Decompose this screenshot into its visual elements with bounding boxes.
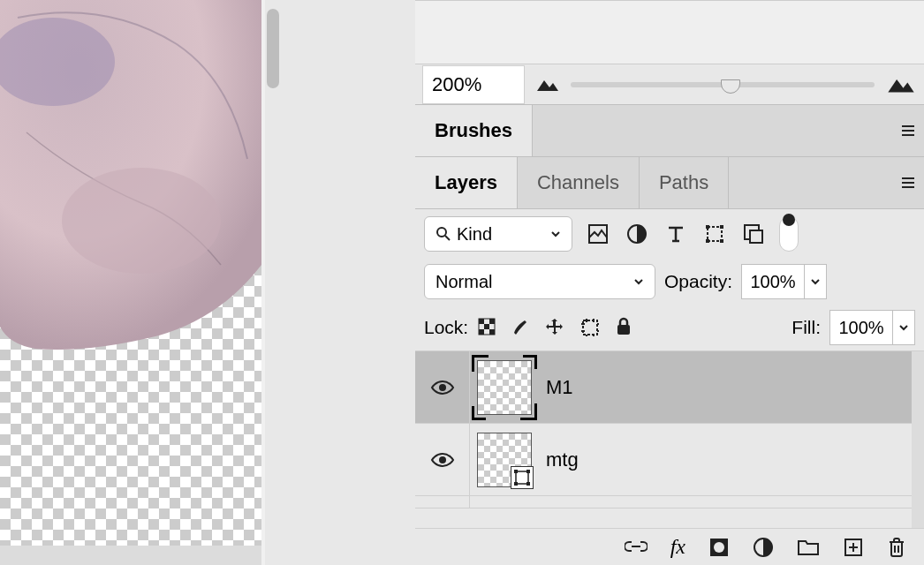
svg-rect-25 — [514, 482, 518, 486]
chevron-down-icon — [633, 276, 644, 287]
chevron-down-icon — [550, 229, 561, 239]
canvas-scrollbar[interactable] — [265, 0, 281, 565]
scrollbar-thumb[interactable] — [267, 9, 279, 88]
layers-scrollbar[interactable] — [912, 351, 924, 528]
fill-stepper[interactable] — [892, 310, 915, 345]
opacity-stepper[interactable] — [804, 264, 827, 299]
layer-row[interactable]: M1 — [415, 351, 924, 424]
eye-icon — [430, 379, 455, 396]
opacity-input[interactable] — [741, 264, 805, 299]
document-image — [0, 0, 261, 362]
layer-filter-row: Kind — [415, 209, 924, 259]
zoom-out-mountains-icon[interactable] — [535, 77, 560, 93]
new-layer-icon[interactable] — [843, 537, 864, 558]
svg-rect-11 — [750, 230, 762, 243]
tab-brushes[interactable]: Brushes — [415, 105, 533, 156]
new-group-icon[interactable] — [797, 538, 820, 557]
zoom-slider-thumb[interactable] — [721, 79, 740, 94]
zoom-slider[interactable] — [571, 82, 875, 87]
eye-icon — [430, 451, 455, 469]
svg-rect-16 — [479, 329, 484, 335]
lock-row: Lock: Fill: — [415, 305, 924, 350]
svg-rect-13 — [479, 319, 484, 324]
layer-name-label[interactable]: mtg — [546, 448, 579, 471]
blend-mode-select[interactable]: Normal — [424, 264, 655, 299]
filter-kind-label: Kind — [457, 224, 492, 245]
navigator-zoom-bar — [415, 64, 924, 105]
workspace-gap — [281, 0, 415, 565]
zoom-in-mountains-icon[interactable] — [885, 75, 917, 94]
opacity-label: Opacity: — [664, 271, 732, 292]
navigator-preview — [415, 0, 924, 64]
filter-adjustment-icon[interactable] — [624, 223, 650, 245]
svg-rect-8 — [706, 239, 709, 243]
svg-rect-18 — [583, 320, 597, 335]
filter-kind-select[interactable]: Kind — [424, 216, 572, 252]
svg-point-28 — [714, 542, 724, 553]
svg-rect-19 — [617, 325, 630, 335]
tab-paths[interactable]: Paths — [640, 157, 729, 208]
layer-name-label[interactable]: M1 — [546, 376, 573, 399]
lock-artboard-icon[interactable] — [579, 317, 601, 338]
lock-brush-icon[interactable] — [511, 317, 530, 338]
canvas-area[interactable] — [0, 0, 261, 565]
svg-rect-15 — [484, 324, 489, 329]
svg-point-1 — [62, 168, 221, 274]
fill-input[interactable] — [829, 310, 893, 345]
layers-panel-menu-icon[interactable] — [892, 157, 924, 208]
layer-thumbnail[interactable] — [477, 433, 532, 487]
brushes-panel-menu-icon[interactable] — [892, 105, 924, 156]
zoom-value-input[interactable] — [422, 65, 525, 104]
filter-smartobject-icon[interactable] — [740, 223, 767, 245]
brushes-panel-tabs: Brushes — [415, 105, 924, 157]
svg-rect-22 — [516, 471, 528, 484]
lock-label: Lock: — [424, 317, 468, 338]
layer-visibility-toggle[interactable] — [415, 351, 470, 423]
layer-thumbnail[interactable] — [477, 360, 532, 415]
lock-pixels-icon[interactable] — [477, 317, 496, 338]
svg-rect-24 — [526, 470, 530, 473]
layers-list: M1 mtg — [415, 350, 924, 528]
svg-point-20 — [439, 384, 446, 391]
filter-toggle[interactable] — [779, 216, 799, 252]
new-adjustment-layer-icon[interactable] — [753, 537, 774, 558]
tab-channels[interactable]: Channels — [518, 157, 640, 208]
svg-point-21 — [439, 456, 446, 463]
link-layers-icon[interactable] — [625, 539, 648, 555]
add-mask-icon[interactable] — [708, 537, 730, 558]
canvas-status-bar — [0, 546, 261, 565]
search-icon — [435, 226, 451, 242]
panels-area: Brushes Layers Channels Paths Kind Norma… — [415, 0, 924, 565]
svg-point-2 — [437, 228, 446, 237]
filter-toggle-knob — [783, 214, 795, 226]
lock-position-icon[interactable] — [544, 317, 565, 338]
svg-rect-23 — [514, 470, 518, 473]
filter-type-icon[interactable] — [663, 223, 689, 245]
blend-row: Normal Opacity: — [415, 259, 924, 305]
fill-label: Fill: — [791, 317, 821, 338]
svg-rect-9 — [720, 239, 723, 243]
tab-layers[interactable]: Layers — [415, 157, 518, 208]
layer-row-partial[interactable] — [415, 496, 924, 508]
delete-layer-icon[interactable] — [887, 537, 906, 558]
smart-object-badge-icon — [511, 466, 534, 489]
svg-rect-26 — [526, 482, 530, 486]
layers-bottom-bar: fx — [415, 528, 924, 565]
blend-mode-value: Normal — [435, 272, 492, 292]
layer-row[interactable]: mtg — [415, 424, 924, 496]
layers-panel-tabs: Layers Channels Paths — [415, 157, 924, 209]
filter-pixel-icon[interactable] — [585, 223, 611, 245]
layer-fx-icon[interactable]: fx — [670, 535, 685, 559]
filter-shape-icon[interactable] — [701, 223, 728, 245]
lock-all-icon[interactable] — [615, 317, 632, 338]
layer-visibility-toggle[interactable] — [415, 424, 470, 495]
svg-rect-5 — [708, 227, 722, 241]
svg-rect-17 — [489, 329, 495, 335]
svg-rect-6 — [706, 225, 709, 229]
svg-rect-7 — [720, 225, 723, 229]
svg-rect-14 — [489, 319, 495, 324]
